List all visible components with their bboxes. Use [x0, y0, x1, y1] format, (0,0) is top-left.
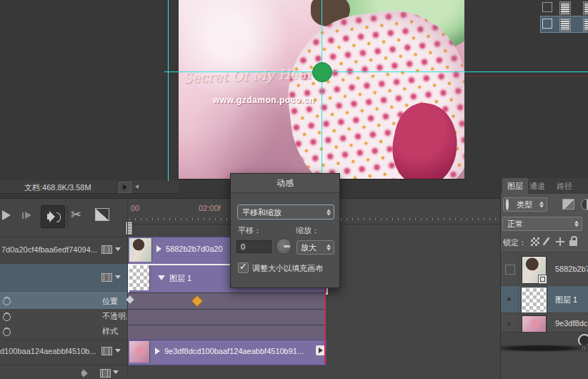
- dial-pointer: [284, 245, 290, 247]
- lock-transparency-icon[interactable]: [531, 237, 539, 246]
- track-name: 7d0a20cf4fbaa6edf74094...: [1, 245, 99, 254]
- resize-checkbox[interactable]: ✓: [238, 262, 249, 273]
- play-icon: [123, 184, 127, 190]
- secondary-red-guide: [464, 76, 588, 77]
- clip-thumbnail: [129, 341, 150, 363]
- lock-pixels-brush-icon[interactable]: [542, 237, 549, 245]
- collapse-arrow-icon[interactable]: [135, 184, 139, 189]
- motion-popup: 动感 平移和缩放 平移： 缩放： 放大 ✓ 调整大小以填充画布: [230, 173, 340, 288]
- lock-label: 锁定：: [503, 237, 527, 248]
- filmstrip-icon: [101, 347, 112, 355]
- speaker-icon[interactable]: [81, 369, 94, 378]
- list-panel-icon: [583, 1, 588, 15]
- pan-label: 平移：: [238, 225, 261, 236]
- mute-audio-button[interactable]: [41, 205, 65, 228]
- tab-layers[interactable]: 图层: [502, 178, 528, 194]
- popup-title: 动感: [276, 178, 294, 188]
- angle-dial[interactable]: [276, 238, 292, 255]
- panel-resize-groove[interactable]: [501, 345, 588, 352]
- filter-type-label: 类型: [517, 200, 532, 210]
- layer-name[interactable]: 9e3df8dc...: [555, 319, 588, 328]
- status-flyout-button[interactable]: [119, 182, 131, 193]
- expand-icon[interactable]: [155, 348, 160, 355]
- zoom-mode-value: 放大: [301, 242, 317, 253]
- filmstrip-icon: [101, 245, 112, 254]
- filter-type-dropdown[interactable]: 类型: [503, 197, 547, 212]
- lock-position-move-icon[interactable]: [556, 237, 564, 246]
- zoom-mode-dropdown[interactable]: 放大: [297, 240, 334, 255]
- timeline-toolbar: ✂: [0, 199, 127, 237]
- property-row-position[interactable]: 位置: [0, 292, 127, 310]
- track-name: d100baa124aeabbf4510b...: [0, 347, 99, 355]
- layer-row-2-selected[interactable]: 图层 1: [501, 286, 588, 312]
- preset-value: 平移和缩放: [242, 207, 321, 218]
- pan-angle-input[interactable]: [236, 240, 271, 253]
- property-label: 样式: [102, 326, 118, 337]
- filmstrip-icon: [101, 273, 112, 282]
- timeline-clip-3[interactable]: 9e3df8dcd100baaf124aeabbf4510b91...: [128, 340, 327, 365]
- stopwatch-icon[interactable]: [3, 313, 11, 321]
- clip-thumbnail-transparent: [129, 265, 150, 290]
- track-header-2-selected[interactable]: [0, 264, 127, 293]
- panel-button-row-active[interactable]: [540, 16, 588, 33]
- ruler-time-label: 02:00f: [199, 204, 221, 212]
- collapse-icon[interactable]: [158, 275, 165, 280]
- audio-track-controls: [0, 365, 127, 379]
- expand-icon[interactable]: [156, 245, 161, 252]
- layer-filter-row: 类型: [501, 194, 588, 214]
- timeline-scroll-knob[interactable]: [125, 221, 133, 235]
- center-marker-dot[interactable]: [312, 62, 332, 82]
- vertical-guide-left: [168, 0, 169, 181]
- playhead-line[interactable]: [324, 285, 326, 365]
- popup-title-bar[interactable]: 动感: [231, 174, 339, 193]
- stopwatch-icon[interactable]: [3, 297, 11, 305]
- updown-arrows-icon: [539, 202, 544, 208]
- chevron-down-icon[interactable]: [115, 275, 121, 279]
- chevron-down-icon[interactable]: [115, 247, 121, 251]
- panel-icon: [542, 19, 552, 29]
- vertical-guide-center: [322, 0, 322, 179]
- next-frame-button[interactable]: [22, 212, 35, 220]
- tab-paths[interactable]: 路径: [557, 181, 572, 192]
- chevron-down-icon[interactable]: [113, 370, 119, 374]
- search-icon: [506, 199, 509, 210]
- filter-adjustment-icon[interactable]: [581, 199, 588, 210]
- blend-mode-dropdown[interactable]: 正常: [502, 217, 582, 231]
- eye-column-divider: [518, 252, 519, 285]
- panel-button-row[interactable]: [540, 0, 588, 15]
- panel-icon: [542, 2, 552, 12]
- blend-mode-row: 正常: [501, 214, 588, 233]
- track-header-1[interactable]: 7d0a20cf4fbaa6edf74094...: [0, 237, 127, 265]
- layer-name[interactable]: 5882b2b7d0a2...: [555, 265, 588, 273]
- transition-button[interactable]: [95, 208, 109, 221]
- visibility-toggle-empty[interactable]: [505, 265, 515, 275]
- checkmark-icon: ✓: [239, 261, 247, 272]
- property-row-opacity[interactable]: 不透明度: [0, 309, 127, 325]
- filter-image-icon[interactable]: [562, 199, 574, 210]
- lock-row: 锁定：: [501, 233, 588, 252]
- lock-all-icon[interactable]: [569, 236, 577, 246]
- updown-arrows-icon: [574, 221, 579, 227]
- property-row-style[interactable]: 样式: [0, 324, 127, 340]
- filmstrip-icon[interactable]: [100, 369, 111, 378]
- collapsed-panel-buttons: [540, 0, 588, 32]
- status-bar: 文档:468.8K/3.58M: [0, 180, 179, 194]
- stopwatch-icon[interactable]: [3, 328, 11, 336]
- clip-label: 图层 1: [169, 273, 191, 284]
- play-button[interactable]: [2, 210, 11, 220]
- toolbar-divider: [67, 206, 68, 226]
- chevron-down-icon[interactable]: [115, 349, 121, 353]
- track-header-3[interactable]: d100baa124aeabbf4510b...: [0, 339, 127, 365]
- split-at-playhead-button[interactable]: ✂: [71, 207, 81, 222]
- layer-row-3[interactable]: 9e3df8dc...: [501, 312, 588, 333]
- list-panel-icon: [583, 18, 588, 31]
- ruler-start-label: 00: [131, 204, 139, 212]
- layers-panel-footer: [501, 332, 588, 345]
- tab-channels[interactable]: 通道: [529, 181, 545, 192]
- layer-name[interactable]: 图层 1: [555, 295, 588, 305]
- keyframe-lane[interactable]: [128, 292, 325, 340]
- layer-row-1[interactable]: 5882b2b7d0a2...: [501, 252, 588, 286]
- clip-label: 9e3df8dcd100baaf124aeabbf4510b91...: [164, 347, 313, 355]
- motion-preset-dropdown[interactable]: 平移和缩放: [237, 205, 334, 220]
- layer-thumbnail-transparent[interactable]: [522, 287, 547, 312]
